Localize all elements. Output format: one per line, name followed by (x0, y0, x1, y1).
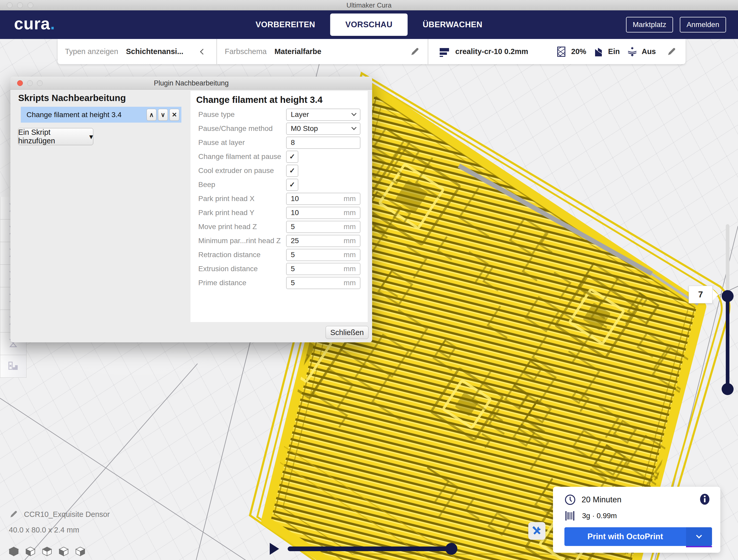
tab-vorbereiten[interactable]: VORBEREITEN (241, 13, 330, 36)
print-options-dropdown[interactable] (686, 527, 712, 546)
print-time-estimate: 20 Minuten (582, 495, 621, 504)
dialog-minimize-button[interactable] (27, 80, 33, 86)
chevron-down-icon (351, 125, 357, 130)
field-control[interactable]: M0 Stop (286, 123, 360, 135)
layer-slider-range[interactable] (726, 296, 729, 389)
view-type-label: Typen anzeigen (65, 47, 118, 56)
field-control[interactable]: Layer (286, 109, 360, 121)
pencil-icon[interactable] (410, 46, 420, 57)
add-script-button[interactable]: Ein Skript hinzufügen▾ (18, 128, 93, 145)
field-value: ✓ (289, 180, 295, 189)
move-script-up-button[interactable]: ∧ (146, 109, 156, 121)
cube-icon[interactable] (75, 547, 85, 556)
layer-slider-bottom-handle[interactable] (722, 383, 734, 395)
field-value: ✓ (289, 152, 295, 161)
view-options-toolbar: Typen anzeigen Schichtenansi... Farbsche… (58, 39, 686, 64)
main-header: cura. VORBEREITEN VORSCHAU ÜBERWACHEN Ma… (0, 10, 738, 39)
settings-row: Pause type Layer (191, 107, 368, 121)
field-label: Pause at layer (198, 138, 286, 147)
post-processing-dialog: Plugin Nachbearbeitung Skripts Nachbearb… (10, 77, 372, 342)
field-control[interactable]: ✓ (286, 165, 298, 177)
cube-icon[interactable] (9, 547, 19, 556)
field-value: ✓ (289, 166, 295, 175)
settings-row: Minimum par...rint head Z 25 mm (191, 234, 368, 248)
chevron-down-icon (351, 111, 357, 116)
material-estimate: 3g · 0.99m (582, 512, 617, 520)
field-label: Minimum par...rint head Z (198, 236, 286, 245)
field-control[interactable]: ✓ (286, 151, 298, 163)
tab-ueberwachen[interactable]: ÜBERWACHEN (407, 13, 497, 36)
play-icon[interactable] (270, 543, 279, 555)
field-label: Cool extruder on pause (198, 166, 286, 175)
model-name: CCR10_Exquisite Densor (24, 510, 110, 519)
field-control[interactable]: 5 mm (286, 249, 360, 261)
sidebar-tool-button[interactable] (0, 355, 26, 378)
close-dialog-button[interactable]: Schließen (326, 326, 368, 339)
field-control[interactable]: ✓ (286, 179, 298, 191)
camera-view-buttons (9, 547, 85, 556)
infill-icon (556, 46, 568, 57)
field-value: 25 (291, 236, 299, 245)
dialog-close-button[interactable] (17, 80, 23, 86)
dialog-zoom-button[interactable] (37, 80, 43, 86)
field-control[interactable]: 10 mm (286, 193, 360, 205)
print-settings-section[interactable]: creality-cr-10 0.2mm 20% Ein Aus (428, 39, 686, 64)
color-scheme-section[interactable]: Farbschema Materialfarbe (217, 39, 428, 64)
settings-heading: Change filament at height 3.4 (191, 91, 368, 105)
field-value: 10 (291, 194, 299, 203)
pencil-icon[interactable] (666, 46, 677, 57)
field-value: 10 (291, 208, 299, 217)
settings-row: Park print head Y 10 mm (191, 206, 368, 220)
field-control[interactable]: 5 mm (286, 263, 360, 275)
path-slider-track[interactable] (288, 547, 456, 551)
cube-icon[interactable] (25, 547, 35, 556)
view-type-value[interactable]: Schichtenansi... (126, 47, 183, 56)
info-icon[interactable] (700, 494, 710, 505)
field-unit: mm (344, 251, 356, 259)
field-value: Layer (291, 110, 309, 119)
field-control[interactable]: 25 mm (286, 235, 360, 247)
chevron-left-icon[interactable] (200, 49, 206, 55)
layer-slider-top-handle[interactable] (722, 290, 734, 302)
field-unit: mm (344, 208, 356, 217)
color-scheme-value[interactable]: Materialfarbe (274, 47, 321, 56)
per-model-settings-icon (8, 361, 19, 372)
octoprint-settings-button[interactable] (528, 522, 545, 540)
field-value: 8 (291, 138, 295, 147)
field-control[interactable]: 5 mm (286, 221, 360, 233)
layer-slider-track[interactable] (726, 224, 729, 296)
adhesion-value: Aus (642, 47, 656, 56)
pencil-icon[interactable] (9, 510, 18, 519)
signin-button[interactable]: Anmelden (680, 17, 726, 32)
view-type-section[interactable]: Typen anzeigen Schichtenansi... (58, 39, 217, 64)
field-unit: mm (344, 222, 356, 231)
settings-row: Pause at layer 8 (191, 136, 368, 150)
cube-icon[interactable] (42, 547, 52, 556)
logo-dot: . (50, 14, 55, 33)
remove-script-button[interactable]: ✕ (169, 109, 179, 121)
window-titlebar: Ultimaker Cura (0, 0, 738, 10)
field-value: 5 (291, 265, 295, 273)
settings-row: Retraction distance 5 mm (191, 248, 368, 262)
printer-profile-value[interactable]: creality-cr-10 0.2mm (455, 47, 528, 56)
model-dimensions: 40.0 x 80.0 x 2.4 mm (9, 526, 110, 534)
color-scheme-label: Farbschema (225, 47, 267, 56)
field-control[interactable]: 8 (286, 137, 360, 149)
marketplace-button[interactable]: Marktplatz (626, 17, 673, 32)
field-label: Pause type (198, 110, 286, 119)
settings-row: Pause/Change method M0 Stop (191, 121, 368, 136)
path-slider-handle[interactable] (445, 543, 457, 555)
field-control[interactable]: 10 mm (286, 207, 360, 219)
print-button[interactable]: Print with OctoPrint (565, 527, 712, 546)
cube-icon[interactable] (59, 547, 69, 556)
adhesion-icon (627, 46, 638, 57)
tab-vorschau[interactable]: VORSCHAU (330, 13, 407, 36)
chevron-down-icon (696, 532, 702, 538)
selected-script-item[interactable]: Change filament at height 3.4 ∧ ∨ ✕ (21, 107, 181, 123)
field-control[interactable]: 5 mm (286, 277, 360, 289)
move-script-down-button[interactable]: ∨ (158, 109, 168, 121)
field-value: 5 (291, 222, 295, 231)
field-label: Change filament at pause (198, 152, 286, 161)
field-label: Prime distance (198, 279, 286, 287)
field-value: 5 (291, 251, 295, 259)
